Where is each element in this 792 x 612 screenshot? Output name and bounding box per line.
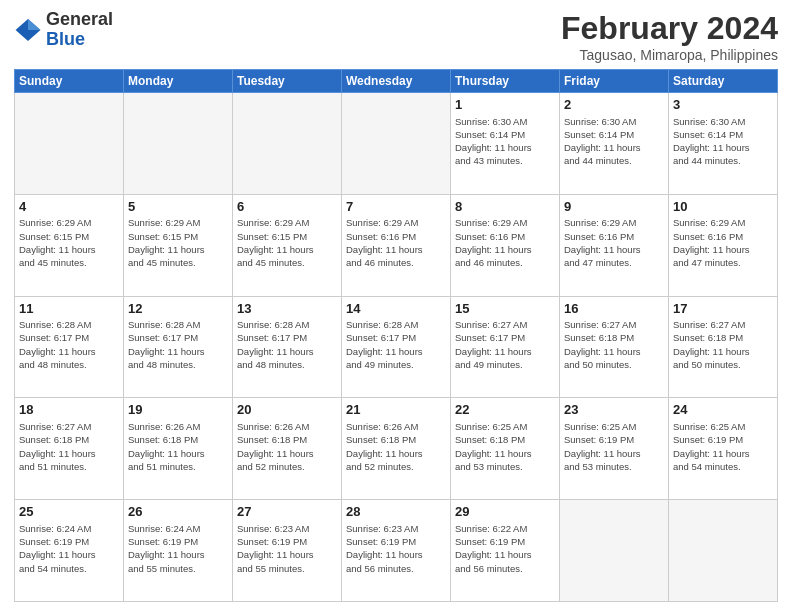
calendar-cell: 6Sunrise: 6:29 AM Sunset: 6:15 PM Daylig… bbox=[233, 194, 342, 296]
calendar-cell: 12Sunrise: 6:28 AM Sunset: 6:17 PM Dayli… bbox=[124, 296, 233, 398]
day-detail: Sunrise: 6:29 AM Sunset: 6:15 PM Dayligh… bbox=[19, 216, 119, 269]
day-detail: Sunrise: 6:29 AM Sunset: 6:16 PM Dayligh… bbox=[346, 216, 446, 269]
day-detail: Sunrise: 6:26 AM Sunset: 6:18 PM Dayligh… bbox=[128, 420, 228, 473]
calendar-cell: 11Sunrise: 6:28 AM Sunset: 6:17 PM Dayli… bbox=[15, 296, 124, 398]
calendar-cell: 23Sunrise: 6:25 AM Sunset: 6:19 PM Dayli… bbox=[560, 398, 669, 500]
day-detail: Sunrise: 6:30 AM Sunset: 6:14 PM Dayligh… bbox=[455, 115, 555, 168]
day-number: 29 bbox=[455, 503, 555, 521]
day-detail: Sunrise: 6:27 AM Sunset: 6:18 PM Dayligh… bbox=[673, 318, 773, 371]
calendar-cell bbox=[15, 93, 124, 195]
day-detail: Sunrise: 6:25 AM Sunset: 6:19 PM Dayligh… bbox=[673, 420, 773, 473]
calendar-cell: 26Sunrise: 6:24 AM Sunset: 6:19 PM Dayli… bbox=[124, 500, 233, 602]
day-number: 1 bbox=[455, 96, 555, 114]
day-number: 2 bbox=[564, 96, 664, 114]
day-detail: Sunrise: 6:27 AM Sunset: 6:18 PM Dayligh… bbox=[564, 318, 664, 371]
calendar-cell: 16Sunrise: 6:27 AM Sunset: 6:18 PM Dayli… bbox=[560, 296, 669, 398]
calendar-week-row: 25Sunrise: 6:24 AM Sunset: 6:19 PM Dayli… bbox=[15, 500, 778, 602]
calendar-cell: 2Sunrise: 6:30 AM Sunset: 6:14 PM Daylig… bbox=[560, 93, 669, 195]
day-number: 12 bbox=[128, 300, 228, 318]
day-number: 9 bbox=[564, 198, 664, 216]
day-detail: Sunrise: 6:27 AM Sunset: 6:17 PM Dayligh… bbox=[455, 318, 555, 371]
logo: General Blue bbox=[14, 10, 113, 50]
calendar-cell: 1Sunrise: 6:30 AM Sunset: 6:14 PM Daylig… bbox=[451, 93, 560, 195]
day-number: 22 bbox=[455, 401, 555, 419]
calendar-cell bbox=[233, 93, 342, 195]
day-number: 28 bbox=[346, 503, 446, 521]
calendar-cell: 29Sunrise: 6:22 AM Sunset: 6:19 PM Dayli… bbox=[451, 500, 560, 602]
calendar-cell: 21Sunrise: 6:26 AM Sunset: 6:18 PM Dayli… bbox=[342, 398, 451, 500]
day-number: 13 bbox=[237, 300, 337, 318]
day-detail: Sunrise: 6:29 AM Sunset: 6:16 PM Dayligh… bbox=[564, 216, 664, 269]
day-number: 27 bbox=[237, 503, 337, 521]
day-number: 3 bbox=[673, 96, 773, 114]
svg-marker-1 bbox=[28, 19, 40, 30]
page: General Blue February 2024 Tagusao, Mima… bbox=[0, 0, 792, 612]
calendar-day-header: Monday bbox=[124, 70, 233, 93]
calendar-cell: 10Sunrise: 6:29 AM Sunset: 6:16 PM Dayli… bbox=[669, 194, 778, 296]
day-number: 18 bbox=[19, 401, 119, 419]
calendar-week-row: 11Sunrise: 6:28 AM Sunset: 6:17 PM Dayli… bbox=[15, 296, 778, 398]
logo-general-text: General bbox=[46, 10, 113, 30]
day-number: 8 bbox=[455, 198, 555, 216]
calendar-day-header: Wednesday bbox=[342, 70, 451, 93]
day-number: 19 bbox=[128, 401, 228, 419]
calendar-day-header: Sunday bbox=[15, 70, 124, 93]
calendar-week-row: 4Sunrise: 6:29 AM Sunset: 6:15 PM Daylig… bbox=[15, 194, 778, 296]
calendar-day-header: Thursday bbox=[451, 70, 560, 93]
day-number: 10 bbox=[673, 198, 773, 216]
day-number: 4 bbox=[19, 198, 119, 216]
day-number: 5 bbox=[128, 198, 228, 216]
calendar-cell: 8Sunrise: 6:29 AM Sunset: 6:16 PM Daylig… bbox=[451, 194, 560, 296]
day-number: 15 bbox=[455, 300, 555, 318]
day-detail: Sunrise: 6:30 AM Sunset: 6:14 PM Dayligh… bbox=[564, 115, 664, 168]
calendar-day-header: Tuesday bbox=[233, 70, 342, 93]
calendar-cell: 19Sunrise: 6:26 AM Sunset: 6:18 PM Dayli… bbox=[124, 398, 233, 500]
day-number: 20 bbox=[237, 401, 337, 419]
day-detail: Sunrise: 6:26 AM Sunset: 6:18 PM Dayligh… bbox=[237, 420, 337, 473]
day-number: 6 bbox=[237, 198, 337, 216]
calendar-cell: 7Sunrise: 6:29 AM Sunset: 6:16 PM Daylig… bbox=[342, 194, 451, 296]
day-detail: Sunrise: 6:25 AM Sunset: 6:19 PM Dayligh… bbox=[564, 420, 664, 473]
day-number: 14 bbox=[346, 300, 446, 318]
calendar-cell: 3Sunrise: 6:30 AM Sunset: 6:14 PM Daylig… bbox=[669, 93, 778, 195]
calendar-header-row: SundayMondayTuesdayWednesdayThursdayFrid… bbox=[15, 70, 778, 93]
calendar-week-row: 18Sunrise: 6:27 AM Sunset: 6:18 PM Dayli… bbox=[15, 398, 778, 500]
calendar-cell bbox=[669, 500, 778, 602]
calendar-cell: 18Sunrise: 6:27 AM Sunset: 6:18 PM Dayli… bbox=[15, 398, 124, 500]
calendar-subtitle: Tagusao, Mimaropa, Philippines bbox=[561, 47, 778, 63]
day-detail: Sunrise: 6:29 AM Sunset: 6:16 PM Dayligh… bbox=[673, 216, 773, 269]
day-detail: Sunrise: 6:28 AM Sunset: 6:17 PM Dayligh… bbox=[237, 318, 337, 371]
day-detail: Sunrise: 6:28 AM Sunset: 6:17 PM Dayligh… bbox=[346, 318, 446, 371]
day-detail: Sunrise: 6:28 AM Sunset: 6:17 PM Dayligh… bbox=[128, 318, 228, 371]
calendar-cell: 22Sunrise: 6:25 AM Sunset: 6:18 PM Dayli… bbox=[451, 398, 560, 500]
calendar-table: SundayMondayTuesdayWednesdayThursdayFrid… bbox=[14, 69, 778, 602]
day-detail: Sunrise: 6:25 AM Sunset: 6:18 PM Dayligh… bbox=[455, 420, 555, 473]
calendar-cell: 14Sunrise: 6:28 AM Sunset: 6:17 PM Dayli… bbox=[342, 296, 451, 398]
day-number: 26 bbox=[128, 503, 228, 521]
title-block: February 2024 Tagusao, Mimaropa, Philipp… bbox=[561, 10, 778, 63]
day-detail: Sunrise: 6:28 AM Sunset: 6:17 PM Dayligh… bbox=[19, 318, 119, 371]
day-detail: Sunrise: 6:24 AM Sunset: 6:19 PM Dayligh… bbox=[19, 522, 119, 575]
day-number: 23 bbox=[564, 401, 664, 419]
calendar-cell bbox=[560, 500, 669, 602]
calendar-cell: 24Sunrise: 6:25 AM Sunset: 6:19 PM Dayli… bbox=[669, 398, 778, 500]
day-detail: Sunrise: 6:30 AM Sunset: 6:14 PM Dayligh… bbox=[673, 115, 773, 168]
calendar-day-header: Saturday bbox=[669, 70, 778, 93]
calendar-cell: 25Sunrise: 6:24 AM Sunset: 6:19 PM Dayli… bbox=[15, 500, 124, 602]
calendar-cell: 13Sunrise: 6:28 AM Sunset: 6:17 PM Dayli… bbox=[233, 296, 342, 398]
calendar-day-header: Friday bbox=[560, 70, 669, 93]
logo-icon bbox=[14, 16, 42, 44]
day-detail: Sunrise: 6:29 AM Sunset: 6:16 PM Dayligh… bbox=[455, 216, 555, 269]
calendar-cell: 9Sunrise: 6:29 AM Sunset: 6:16 PM Daylig… bbox=[560, 194, 669, 296]
day-detail: Sunrise: 6:23 AM Sunset: 6:19 PM Dayligh… bbox=[237, 522, 337, 575]
calendar-cell: 15Sunrise: 6:27 AM Sunset: 6:17 PM Dayli… bbox=[451, 296, 560, 398]
calendar-cell bbox=[342, 93, 451, 195]
calendar-cell: 20Sunrise: 6:26 AM Sunset: 6:18 PM Dayli… bbox=[233, 398, 342, 500]
header: General Blue February 2024 Tagusao, Mima… bbox=[14, 10, 778, 63]
calendar-cell bbox=[124, 93, 233, 195]
day-number: 24 bbox=[673, 401, 773, 419]
calendar-cell: 27Sunrise: 6:23 AM Sunset: 6:19 PM Dayli… bbox=[233, 500, 342, 602]
calendar-title: February 2024 bbox=[561, 10, 778, 47]
day-number: 16 bbox=[564, 300, 664, 318]
day-detail: Sunrise: 6:29 AM Sunset: 6:15 PM Dayligh… bbox=[237, 216, 337, 269]
